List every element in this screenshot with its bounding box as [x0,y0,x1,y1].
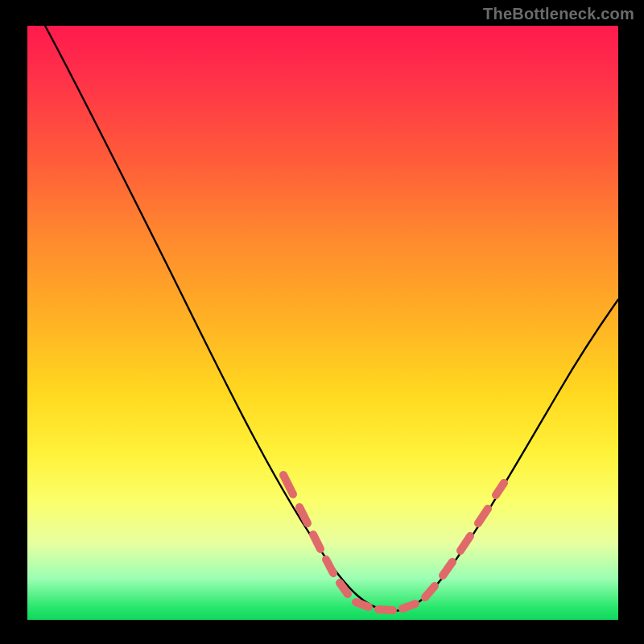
chart-frame: TheBottleneck.com [0,0,644,644]
highlight-dashes-left [283,475,348,594]
bottleneck-curve [27,26,618,620]
plot-area [27,26,618,620]
curve-path [45,26,618,611]
watermark-text: TheBottleneck.com [483,5,634,23]
highlight-dashes-right [425,483,504,597]
highlight-dashes-valley [356,602,415,610]
